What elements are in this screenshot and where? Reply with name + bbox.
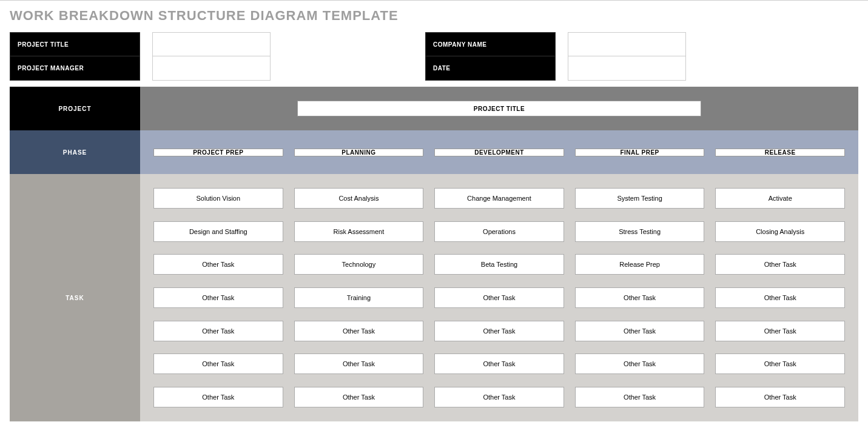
task-box[interactable]: Other Task [715,254,845,275]
row-header-task: TASK [10,174,140,421]
task-box[interactable]: Other Task [575,287,705,308]
task-box[interactable]: Technology [294,254,424,275]
task-box[interactable]: Other Task [575,321,705,341]
task-box[interactable]: System Testing [575,188,705,209]
task-box[interactable]: Beta Testing [434,254,564,275]
task-box[interactable]: Design and Staffing [153,221,283,242]
label-project-title: PROJECT TITLE [10,32,140,56]
info-header: PROJECT TITLE PROJECT MANAGER COMPANY NA… [10,32,858,81]
task-box[interactable]: Other Task [575,387,705,407]
phase-box[interactable]: PLANNING [294,149,424,156]
task-box[interactable]: Other Task [715,287,845,308]
task-box[interactable]: Other Task [715,353,845,374]
task-box[interactable]: Other Task [153,353,283,374]
row-body-task: Solution Vision Design and Staffing Othe… [140,174,858,421]
phase-box[interactable]: FINAL PREP [575,149,705,156]
task-box[interactable]: Stress Testing [575,221,705,242]
task-box[interactable]: Other Task [294,353,424,374]
project-title-box[interactable]: PROJECT TITLE [297,101,701,116]
phase-box[interactable]: RELEASE [715,149,845,156]
row-body-phase: PROJECT PREP PLANNING DEVELOPMENT FINAL … [140,130,858,174]
task-box[interactable]: Change Management [434,188,564,209]
row-body-project: PROJECT TITLE [140,87,858,130]
task-box[interactable]: Other Task [153,321,283,341]
task-box[interactable]: Operations [434,221,564,242]
page-container: WORK BREAKDOWN STRUCTURE DIAGRAM TEMPLAT… [0,0,868,421]
info-group-left: PROJECT TITLE PROJECT MANAGER [10,32,271,81]
task-box[interactable]: Release Prep [575,254,705,275]
task-box[interactable]: Other Task [434,321,564,341]
task-box[interactable]: Other Task [434,287,564,308]
info-group-right: COMPANY NAME DATE [425,32,686,81]
label-date: DATE [425,56,556,81]
task-box[interactable]: Other Task [153,254,283,275]
task-box[interactable]: Training [294,287,424,308]
task-box[interactable]: Solution Vision [153,188,283,209]
task-box[interactable]: Other Task [434,387,564,407]
task-box[interactable]: Other Task [715,387,845,407]
phase-box[interactable]: PROJECT PREP [153,149,283,156]
row-header-phase: PHASE [10,130,140,174]
row-header-project: PROJECT [10,87,140,130]
value-project-manager[interactable] [152,56,271,81]
label-company-name: COMPANY NAME [425,32,556,56]
task-box[interactable]: Other Task [153,287,283,308]
value-company-name[interactable] [568,32,686,56]
task-box[interactable]: Activate [715,188,845,209]
phase-box[interactable]: DEVELOPMENT [434,149,564,156]
task-box[interactable]: Closing Analysis [715,221,845,242]
value-project-title[interactable] [152,32,271,56]
task-box[interactable]: Other Task [434,353,564,374]
label-project-manager: PROJECT MANAGER [10,56,140,81]
task-box[interactable]: Other Task [294,387,424,407]
page-title: WORK BREAKDOWN STRUCTURE DIAGRAM TEMPLAT… [10,8,858,24]
task-box[interactable]: Other Task [294,321,424,341]
wbs-grid: PROJECT PROJECT TITLE PHASE PROJECT PREP… [10,87,858,421]
task-box[interactable]: Other Task [153,387,283,407]
value-date[interactable] [568,56,686,81]
task-box[interactable]: Cost Analysis [294,188,424,209]
task-box[interactable]: Other Task [715,321,845,341]
task-box[interactable]: Risk Assessment [294,221,424,242]
task-box[interactable]: Other Task [575,353,705,374]
